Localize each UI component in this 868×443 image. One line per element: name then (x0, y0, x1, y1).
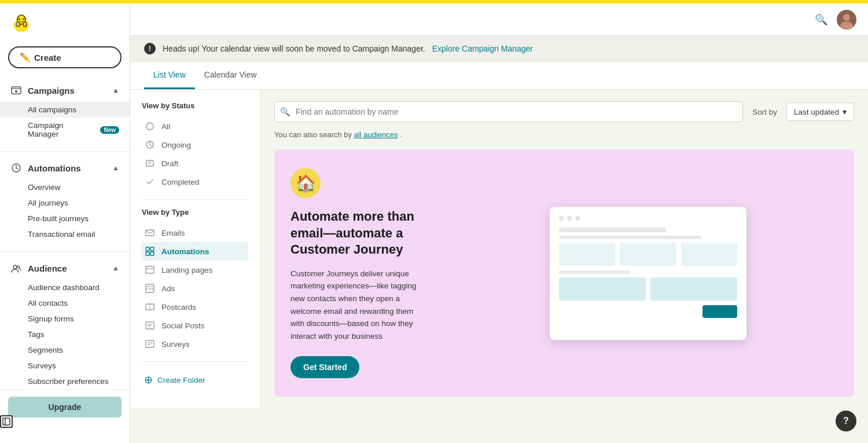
sidebar-item-surveys[interactable]: Surveys (0, 358, 130, 374)
search-box: 🔍 (274, 101, 743, 122)
filter-postcards[interactable]: Postcards (142, 298, 248, 316)
filter-divider-2 (142, 361, 248, 362)
svg-point-8 (15, 90, 17, 93)
campaigns-section: Campaigns ▲ All campaigns Campaign Manag… (0, 76, 130, 149)
page-content: ! Heads up! Your calendar view will soon… (130, 36, 868, 443)
svg-point-11 (17, 266, 20, 268)
svg-point-15 (843, 14, 850, 21)
sidebar-toggle-button[interactable] (0, 415, 13, 428)
sidebar-item-all-journeys[interactable]: All journeys (0, 195, 130, 211)
type-filter-title: View by Type (142, 208, 248, 217)
filter-ads-icon (144, 283, 156, 294)
all-audiences-link[interactable]: all audiences (354, 130, 398, 139)
screenshot-header (559, 216, 737, 221)
screenshot-row-1 (559, 243, 737, 266)
create-label: Create (34, 53, 61, 63)
automations-title: Automations (28, 163, 81, 173)
filter-all[interactable]: All (142, 117, 248, 136)
search-icon: 🔍 (280, 107, 290, 116)
screenshot-line-3 (559, 270, 630, 274)
promo-screenshot (550, 207, 746, 340)
automations-icon (10, 162, 22, 174)
filter-draft-icon (144, 158, 156, 169)
alert-icon: ! (144, 43, 156, 54)
automations-header[interactable]: Automations ▲ (0, 158, 130, 178)
svg-point-10 (13, 265, 17, 269)
filter-ongoing-label: Ongoing (161, 141, 191, 149)
filter-ads[interactable]: Ads (142, 279, 248, 298)
promo-description: Customer Journeys deliver unique marketi… (290, 268, 426, 343)
sort-dropdown[interactable]: Last updated ▾ (786, 102, 854, 121)
svg-rect-24 (150, 247, 154, 251)
sidebar-item-prebuilt-journeys[interactable]: Pre-built journeys (0, 211, 130, 226)
filter-surveys[interactable]: Surveys (142, 335, 248, 353)
svg-rect-23 (146, 247, 149, 251)
create-folder-button[interactable]: ⊕ Create Folder (142, 370, 248, 390)
sidebar-item-subscriber-preferences[interactable]: Subscriber preferences (0, 374, 130, 389)
svg-rect-26 (150, 252, 154, 255)
filter-emails-label: Emails (161, 229, 185, 237)
campaigns-header[interactable]: Campaigns ▲ (0, 80, 130, 101)
svg-rect-29 (146, 284, 154, 292)
filter-social-posts[interactable]: Social Posts (142, 316, 248, 335)
main-content: 🔍 ! Heads up! Your calendar view will so… (130, 3, 868, 443)
sub-search-period: . (400, 130, 402, 139)
sidebar-item-tags[interactable]: Tags (0, 327, 130, 342)
user-avatar[interactable] (837, 10, 856, 30)
sidebar-item-segments[interactable]: Segments (0, 342, 130, 358)
search-input[interactable] (274, 101, 743, 122)
sidebar-item-all-contacts[interactable]: All contacts (0, 295, 130, 311)
plus-circle-icon: ⊕ (144, 374, 153, 386)
tab-list-view[interactable]: List View (144, 62, 195, 89)
filter-panel: View by Status All Ongoing (130, 90, 260, 408)
promo-title: Automate more than email—automate a Cust… (290, 208, 426, 258)
filter-social-posts-label: Social Posts (161, 321, 204, 330)
tab-calendar-view[interactable]: Calendar View (195, 62, 266, 89)
filter-ongoing[interactable]: Ongoing (142, 136, 248, 154)
filter-draft[interactable]: Draft (142, 154, 248, 173)
sidebar-item-transactional-email[interactable]: Transactional email (0, 226, 130, 242)
alert-message: Heads up! Your calendar view will soon b… (163, 44, 425, 53)
status-filter-title: View by Status (142, 101, 248, 110)
header-search-icon[interactable]: 🔍 (815, 13, 827, 26)
screenshot-box-5 (650, 277, 737, 301)
filter-completed[interactable]: Completed (142, 173, 248, 191)
screenshot-dot-3 (575, 216, 580, 221)
sort-value: Last updated (794, 108, 839, 116)
sidebar-item-overview[interactable]: Overview (0, 180, 130, 195)
sidebar-nav: Campaigns ▲ All campaigns Campaign Manag… (0, 76, 130, 389)
promo-left: 🏠 Automate more than email—automate a Cu… (274, 149, 442, 397)
get-started-button[interactable]: Get Started (290, 356, 359, 378)
svg-rect-37 (146, 341, 154, 347)
screenshot-cta-box (703, 305, 737, 318)
sidebar-item-signup-forms[interactable]: Signup forms (0, 311, 130, 327)
upgrade-button[interactable]: Upgrade (8, 397, 122, 418)
alert-link[interactable]: Explore Campaign Manager (432, 44, 533, 53)
sidebar-item-campaign-manager[interactable]: Campaign Manager New (0, 118, 130, 142)
filter-automations[interactable]: Automations (142, 242, 248, 261)
promo-right (442, 149, 854, 397)
help-icon: ? (843, 416, 849, 426)
campaigns-title: Campaigns (28, 86, 75, 96)
help-button[interactable]: ? (836, 411, 856, 431)
screenshot-dot-1 (559, 216, 564, 221)
create-button[interactable]: ✏️ Create (8, 46, 122, 68)
audience-title: Audience (28, 263, 67, 273)
sidebar-item-audience-dashboard[interactable]: Audience dashboard (0, 280, 130, 295)
filter-postcards-label: Postcards (161, 303, 196, 312)
audience-header[interactable]: Audience ▲ (0, 258, 130, 279)
screenshot-box-1 (559, 243, 615, 266)
right-panel: 🔍 Sort by Last updated ▾ You can also se… (260, 90, 868, 408)
logo-area (0, 3, 130, 44)
filter-landing-pages[interactable]: Landing pages (142, 261, 248, 279)
filter-divider (142, 199, 248, 200)
alert-banner: ! Heads up! Your calendar view will soon… (130, 36, 868, 62)
filter-completed-label: Completed (161, 178, 199, 186)
filter-automations-icon (144, 246, 156, 257)
sidebar-item-all-campaigns[interactable]: All campaigns (0, 102, 130, 118)
filter-emails[interactable]: Emails (142, 224, 248, 242)
promo-card: 🏠 Automate more than email—automate a Cu… (274, 149, 854, 397)
sort-label: Sort by (752, 108, 777, 116)
screenshot-box-3 (681, 243, 737, 266)
svg-point-3 (19, 19, 20, 20)
